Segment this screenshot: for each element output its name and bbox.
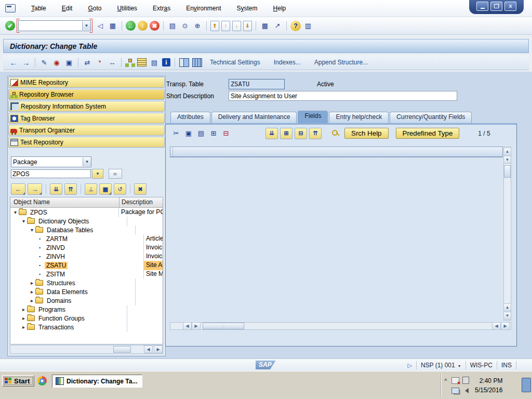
tab-entry-help-check[interactable]: Entry help/check: [329, 112, 389, 123]
grid-horizontal-scrollbar[interactable]: ◀ ▶ ∷ ◀ ▶: [170, 322, 511, 330]
repository-browser-button[interactable]: Repository Browser: [8, 89, 165, 100]
check-icon[interactable]: *: [95, 57, 105, 68]
menu-utilities[interactable]: Utilities: [116, 4, 138, 13]
transp-table-field[interactable]: [229, 79, 285, 89]
expand-icon[interactable]: ⊞: [280, 128, 292, 139]
expand-arrow-icon[interactable]: ▸: [29, 280, 35, 286]
tree-item-database-tables[interactable]: ▾Database Tables: [10, 225, 163, 234]
append-structure-link[interactable]: Append Structure...: [314, 59, 368, 66]
history-forward-icon[interactable]: →: [28, 183, 42, 195]
short-description-input[interactable]: [229, 91, 457, 101]
history-back-icon[interactable]: ←: [11, 183, 25, 195]
page-up-icon[interactable]: ⇈: [64, 183, 77, 195]
srch-help-key-icon[interactable]: [331, 129, 340, 138]
expand-arrow-icon[interactable]: ▸: [21, 315, 26, 321]
display-change-icon[interactable]: ✎: [39, 57, 49, 68]
help-icon[interactable]: ?: [290, 21, 301, 31]
shortcut-icon[interactable]: ↗: [272, 21, 283, 31]
expand-arrow-icon[interactable]: ▸: [29, 289, 35, 295]
page-down-icon[interactable]: ⇊: [50, 183, 62, 195]
find-icon[interactable]: ⊙: [180, 21, 190, 31]
alert-flag-icon[interactable]: [451, 377, 459, 384]
paste-rows-icon[interactable]: ▤: [196, 128, 206, 139]
refresh-tree-icon[interactable]: ↺: [114, 183, 126, 195]
grid-scroll-right-icon[interactable]: ▶: [192, 322, 201, 330]
safely-remove-icon[interactable]: [462, 377, 469, 384]
grid-vscrollbar-thumb[interactable]: [504, 165, 511, 178]
graphic-icon[interactable]: [179, 58, 189, 67]
close-button[interactable]: X: [504, 2, 516, 11]
tree-scroll-left-icon[interactable]: ◀: [144, 345, 153, 353]
mime-repository-button[interactable]: MIME Repository: [8, 77, 165, 88]
cut-icon[interactable]: ✂: [171, 128, 181, 139]
tree-item-domains[interactable]: ▸Domains: [10, 296, 163, 305]
grid-scroll-left2-icon[interactable]: ◀: [492, 322, 501, 330]
next-page-icon[interactable]: ↓: [232, 21, 241, 31]
cancel-icon[interactable]: ✖: [150, 21, 159, 31]
collapse-arrow-icon[interactable]: ▾: [12, 209, 18, 215]
grid-scroll-left-icon[interactable]: ◀: [183, 322, 192, 330]
find-next-icon[interactable]: ⊕: [192, 21, 203, 31]
display-options-icon[interactable]: ▦: [99, 183, 112, 195]
grid-hscrollbar-thumb[interactable]: ∷: [203, 323, 244, 329]
collapse-arrow-icon[interactable]: ▾: [21, 218, 26, 224]
exit-icon[interactable]: ↑: [138, 21, 148, 31]
insert-row-icon[interactable]: ⊞: [208, 128, 219, 139]
restore-button[interactable]: [490, 2, 502, 11]
customize-icon[interactable]: ▥: [303, 21, 313, 31]
menu-system[interactable]: System: [236, 4, 259, 13]
expand-arrow-icon[interactable]: ▸: [29, 298, 35, 303]
tree-horizontal-scrollbar[interactable]: ◀ ▶: [10, 345, 163, 354]
tree-item-structures[interactable]: ▸Structures: [10, 278, 163, 287]
collapse-arrow-icon[interactable]: ▾: [29, 227, 35, 233]
tab-fields[interactable]: Fields: [298, 111, 328, 123]
system-field[interactable]: NSP (1) 001▼: [421, 362, 461, 369]
confirm-icon[interactable]: ◁: [95, 21, 105, 31]
minimize-button[interactable]: [476, 2, 488, 11]
chrome-icon[interactable]: [37, 376, 47, 385]
expand-arrow-icon[interactable]: ▸: [21, 307, 26, 312]
tree-item-zsatu[interactable]: ·ZSATUSite Assignment t: [10, 261, 163, 270]
menu-environment[interactable]: Environment: [185, 4, 222, 13]
system-menu-icon[interactable]: [5, 4, 16, 12]
hierarchy-icon[interactable]: [125, 58, 135, 67]
predefined-type-button[interactable]: Predefined Type: [396, 128, 460, 139]
system-dropdown-icon[interactable]: ▼: [458, 364, 461, 368]
speaker-icon[interactable]: [462, 388, 469, 393]
network-icon[interactable]: [451, 388, 459, 394]
menu-edit[interactable]: Edit: [61, 4, 74, 13]
expand-arrow-icon[interactable]: ▸: [21, 324, 26, 330]
tab-currency-quantity-fields[interactable]: Currency/Quantity Fields: [390, 112, 472, 123]
object-type-dropdown-icon[interactable]: ▼: [83, 157, 91, 166]
copy-rows-icon[interactable]: ▣: [183, 128, 194, 139]
tree-item-zpos[interactable]: ▾ZPOSPackage for POS D: [10, 208, 163, 217]
tag-browser-button[interactable]: Tag Browser: [8, 113, 165, 124]
srch-help-button[interactable]: Srch Help: [344, 128, 389, 139]
tab-attributes[interactable]: Attributes: [170, 112, 210, 123]
new-session-icon[interactable]: ▦: [260, 21, 270, 31]
taskbar-item-sap[interactable]: Dictionary: Change Ta...: [52, 375, 142, 388]
save-icon[interactable]: ▦: [108, 21, 118, 31]
close-browser-icon[interactable]: ✖: [134, 183, 147, 195]
tree-scrollbar-thumb[interactable]: [113, 346, 131, 353]
focus-subtree-icon[interactable]: ⊥: [85, 183, 97, 195]
copy-icon[interactable]: ▣: [64, 57, 74, 68]
object-list-icon[interactable]: [137, 58, 147, 66]
tree-item-zinvd[interactable]: ·ZINVDInvoice Detail: [10, 243, 163, 252]
tree-scroll-right-icon[interactable]: ▶: [154, 345, 163, 353]
tray-chevron-icon[interactable]: ^: [444, 378, 447, 383]
object-type-select[interactable]: Package ▼: [11, 156, 91, 167]
where-used-icon[interactable]: ◉: [51, 57, 62, 68]
move-up-icon[interactable]: ⇈: [309, 128, 322, 139]
tree-item-function-groups[interactable]: ▸Function Groups: [10, 314, 163, 323]
info-icon[interactable]: i: [162, 58, 170, 66]
object-name-input[interactable]: [11, 169, 91, 178]
tab-delivery-and-maintenance[interactable]: Delivery and Maintenance: [211, 112, 297, 123]
grid-page-down-icon[interactable]: ▼: [503, 312, 511, 320]
move-icon[interactable]: ↔: [107, 57, 117, 68]
grid-scroll-right2-icon[interactable]: ▶: [501, 322, 510, 330]
menu-goto[interactable]: Goto: [87, 4, 102, 13]
tree-item-transactions[interactable]: ▸Transactions: [10, 323, 163, 331]
previous-screen-icon[interactable]: ←: [8, 57, 19, 68]
object-name-dropdown-icon[interactable]: ▼: [92, 169, 103, 179]
